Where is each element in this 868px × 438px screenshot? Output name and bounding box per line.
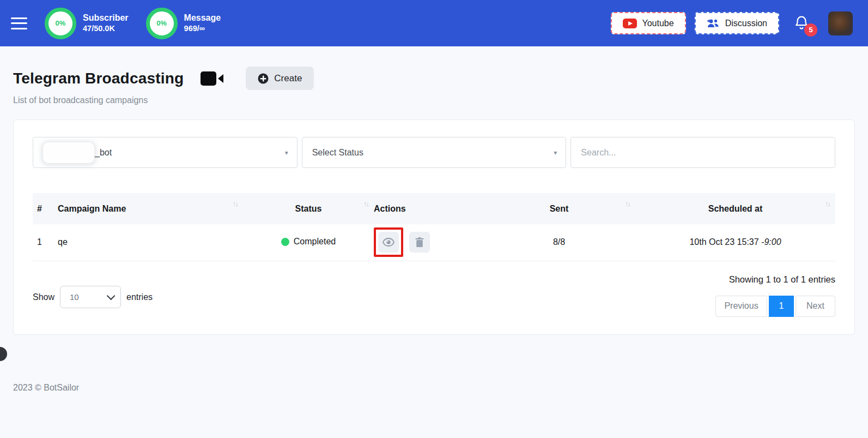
- bot-select[interactable]: _bot ▾: [33, 137, 298, 168]
- search-input[interactable]: [581, 148, 825, 158]
- copyright-text: 2023 © BotSailor: [13, 383, 79, 393]
- bot-select-value: _bot: [95, 148, 112, 158]
- discussion-button[interactable]: Discussion: [695, 12, 779, 34]
- subscriber-percent: 0%: [56, 19, 66, 27]
- trash-icon: [415, 237, 424, 247]
- delete-button[interactable]: [409, 232, 430, 253]
- entries-per-page-value: 10: [70, 292, 79, 302]
- entries-per-page-select[interactable]: 10: [60, 286, 121, 308]
- user-avatar[interactable]: [828, 11, 853, 35]
- message-value: 969/∞: [184, 23, 221, 34]
- sort-icon[interactable]: ↑↓: [825, 200, 830, 208]
- row-index: 1: [33, 224, 58, 261]
- message-label: Message: [184, 13, 221, 23]
- sort-icon[interactable]: ↑↓: [625, 200, 630, 208]
- sort-icon[interactable]: ↑↓: [363, 200, 368, 208]
- campaign-name-cell: qe: [58, 224, 243, 261]
- page-title: Telegram Broadcasting: [13, 70, 184, 87]
- message-stat: 0% Message 969/∞: [146, 8, 221, 39]
- search-field: [570, 137, 835, 168]
- subscriber-value: 47/50.0K: [83, 23, 129, 34]
- red-highlight-box: [374, 227, 403, 257]
- notification-count-badge: 5: [804, 23, 817, 37]
- caret-down-icon: ▾: [554, 149, 557, 157]
- hamburger-menu-icon[interactable]: [11, 17, 27, 29]
- col-header-sent[interactable]: Sent ↑↓: [483, 193, 635, 224]
- notifications-bell[interactable]: 5: [793, 15, 810, 32]
- scheduled-at-cell: 10th Oct 23 15:37 -9:00: [635, 224, 835, 261]
- message-percent: 0%: [156, 19, 167, 27]
- entries-summary: Showing 1 to 1 of 1 entries: [729, 274, 835, 285]
- users-icon: [707, 19, 720, 28]
- col-header-campaign-name[interactable]: Campaign Name ↑↓: [58, 193, 243, 224]
- pagination: Previous 1 Next: [715, 296, 835, 317]
- previous-page-button[interactable]: Previous: [715, 296, 767, 317]
- col-header-index: #: [33, 193, 58, 224]
- eye-icon: [383, 238, 394, 247]
- page-1-button[interactable]: 1: [769, 296, 794, 317]
- actions-cell: [374, 224, 483, 261]
- youtube-icon: [623, 19, 637, 28]
- youtube-button-label: Youtube: [642, 19, 674, 28]
- discussion-button-label: Discussion: [725, 19, 767, 28]
- show-label: Show: [33, 292, 54, 302]
- plus-circle-icon: [258, 73, 269, 84]
- sort-icon[interactable]: ↑↓: [233, 200, 238, 208]
- table-row: 1 qe Completed: [33, 224, 835, 261]
- floating-widget-dot[interactable]: [0, 347, 7, 361]
- status-dot-icon: [281, 238, 289, 246]
- timezone-offset: -9:00: [761, 237, 781, 247]
- status-select[interactable]: Select Status ▾: [302, 137, 567, 168]
- campaigns-card: _bot ▾ Select Status ▾ # Campaign N: [13, 119, 855, 335]
- status-label: Completed: [294, 237, 336, 247]
- entries-label: entries: [126, 292, 153, 302]
- table-header-row: # Campaign Name ↑↓ Status ↑↓ Actions Sen…: [33, 193, 835, 224]
- status-select-value: Select Status: [312, 148, 363, 158]
- create-button[interactable]: Create: [246, 67, 314, 90]
- col-header-status[interactable]: Status ↑↓: [243, 193, 374, 224]
- subscriber-stat: 0% Subscriber 47/50.0K: [45, 8, 129, 39]
- youtube-button[interactable]: Youtube: [611, 12, 686, 34]
- video-camera-icon[interactable]: [200, 70, 224, 87]
- status-cell: Completed: [243, 224, 374, 261]
- sent-cell: 8/8: [483, 224, 635, 261]
- page-subtitle: List of bot broadcasting campaigns: [13, 95, 855, 105]
- view-button[interactable]: [378, 232, 399, 253]
- message-progress-ring: 0%: [146, 8, 178, 39]
- chevron-down-icon: [107, 292, 116, 301]
- campaigns-table: # Campaign Name ↑↓ Status ↑↓ Actions Sen…: [33, 193, 835, 261]
- redacted-bot-name: [43, 142, 94, 163]
- subscriber-label: Subscriber: [83, 13, 129, 23]
- col-header-actions: Actions: [374, 193, 483, 224]
- create-button-label: Create: [274, 73, 302, 84]
- next-page-button[interactable]: Next: [796, 296, 835, 317]
- top-navbar: 0% Subscriber 47/50.0K 0% Message 969/∞ …: [0, 0, 868, 46]
- caret-down-icon: ▾: [285, 149, 288, 157]
- subscriber-progress-ring: 0%: [45, 8, 76, 39]
- col-header-scheduled-at[interactable]: Scheduled at ↑↓: [635, 193, 835, 224]
